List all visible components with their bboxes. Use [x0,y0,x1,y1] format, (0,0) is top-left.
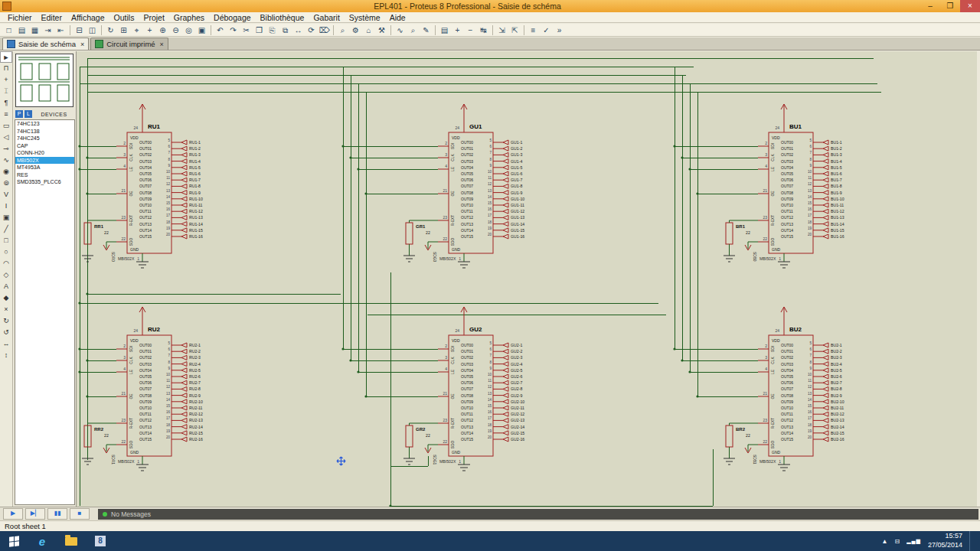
device-item-74hc138[interactable]: 74HC138 [15,128,74,135]
design-explorer-button[interactable]: ▤ [438,24,451,36]
copy-button[interactable]: ❐ [253,24,266,36]
rotate-anticlockwise-button[interactable]: ↺ [0,327,12,338]
network-icon[interactable]: ▂▄▆ [906,538,921,544]
schematic-canvas[interactable]: 24RU1VDDGND2SDI3CLK4LE21OE23R-EXT22SDOSD… [76,51,977,507]
instrument-mode-button[interactable]: ▣ [0,212,12,223]
wire-label-mode-button[interactable]: ⌶ [0,86,12,97]
tab-schematic-capture[interactable]: Saisie de schéma× [2,37,89,50]
exit-to-parent-button[interactable]: ⇱ [508,24,521,36]
box-2d-mode-button[interactable]: □ [0,235,12,246]
overview-pane[interactable] [15,54,74,107]
save-design-button[interactable]: ▦ [28,24,41,36]
electrical-rules-check-button[interactable]: ✓ [540,24,553,36]
zoom-all-button[interactable]: ◎ [182,24,195,36]
bus-mode-button[interactable]: ≡ [0,109,12,120]
library-button[interactable]: L [24,110,32,118]
component-mode-button[interactable]: ⊓ [0,63,12,74]
junction-dot-mode-button[interactable]: + [0,74,12,86]
generator-mode-button[interactable]: ⊚ [0,178,12,189]
remove-sheet-button[interactable]: − [464,24,477,36]
subcircuit-mode-button[interactable]: ▭ [0,120,12,132]
redo-button[interactable]: ↷ [227,24,240,36]
device-item-res[interactable]: RES [15,171,74,179]
menu-projet[interactable]: Projet [139,13,168,22]
tab-pcb-layout[interactable]: Circuit imprimé× [90,37,168,50]
current-probe-mode-button[interactable]: I [0,201,12,212]
taskbar-clock[interactable]: 15:57 27/05/2014 [928,532,962,549]
close-button[interactable]: × [960,0,980,12]
mirror-horizontal-button[interactable]: ↔ [0,338,12,350]
tray-action-center-icon[interactable]: ⊟ [895,538,900,545]
device-item-mbi502x[interactable]: MBI502X [15,157,74,165]
refresh-display-button[interactable]: ↻ [104,24,117,36]
menu-bibliotheque[interactable]: Bibliothèque [256,13,309,22]
paste-button[interactable]: ⎘ [266,24,279,36]
menu-aide[interactable]: Aide [385,13,410,22]
device-item-74hc245[interactable]: 74HC245 [15,135,74,142]
tray-chevron-icon[interactable]: ▲ [882,538,888,545]
menu-graphes[interactable]: Graphes [169,13,209,22]
device-item-74hc123[interactable]: 74HC123 [15,120,74,128]
device-item-smd3535_plcc6[interactable]: SMD3535_PLCC6 [15,178,74,186]
wire-autorouter-button[interactable]: ∿ [394,24,407,36]
menu-systeme[interactable]: Système [345,13,385,22]
menu-debogage[interactable]: Débogage [209,13,255,22]
menu-affichage[interactable]: Affichage [67,13,109,22]
undo-button[interactable]: ↶ [214,24,227,36]
zoom-out-button[interactable]: ⊖ [169,24,182,36]
arc-2d-mode-button[interactable]: ◠ [0,258,12,269]
export-section-button[interactable]: ⇤ [54,24,67,36]
zoom-in-button[interactable]: ⊕ [156,24,169,36]
selection-tool-button[interactable]: ► [0,51,12,63]
path-2d-mode-button[interactable]: ◇ [0,269,12,281]
goto-sheet-button[interactable]: ↹ [477,24,490,36]
import-section-button[interactable]: ⇥ [41,24,54,36]
text-script-mode-button[interactable]: ¶ [0,97,12,109]
rotate-clockwise-button[interactable]: ↻ [0,315,12,327]
maximize-button[interactable]: ❒ [940,0,960,12]
block-delete-button[interactable]: ⌦ [318,24,331,36]
line-2d-mode-button[interactable]: ╱ [0,223,12,235]
device-item-mt4953a[interactable]: MT4953A [15,164,74,171]
netlist-to-ares-button[interactable]: » [553,24,566,36]
symbol-2d-mode-button[interactable]: ◆ [0,292,12,304]
terminal-mode-button[interactable]: ◁ [0,132,12,143]
menu-fichier[interactable]: Fichier [3,13,37,22]
new-sheet-button[interactable]: + [451,24,464,36]
minimize-button[interactable]: – [920,0,940,12]
property-assignment-button[interactable]: ✎ [420,24,433,36]
toggle-grid-button[interactable]: ⊞ [117,24,130,36]
center-at-cursor-button[interactable]: + [143,24,156,36]
play-button[interactable]: ▶ [3,508,23,520]
search-tag-button[interactable]: ⌕ [407,24,420,36]
block-move-button[interactable]: ↔ [292,24,305,36]
packaging-tool-button[interactable]: ⌂ [362,24,375,36]
graph-mode-button[interactable]: ∿ [0,155,12,166]
device-item-cap[interactable]: CAP [15,142,74,150]
taskbar-explorer-button[interactable] [57,531,86,551]
new-design-button[interactable]: □ [2,24,15,36]
tab-close-icon[interactable]: × [80,41,84,48]
menu-outils[interactable]: Outils [109,13,139,22]
ic-gu2[interactable]: 24GU2VDDGND2SDI3CLK4LE21OE23R-EXT22SDOSD… [395,301,541,500]
tape-recorder-mode-button[interactable]: ◉ [0,166,12,178]
taskbar-proteus-button[interactable]: 8 [86,531,115,551]
cut-button[interactable]: ✂ [240,24,253,36]
ic-bu2[interactable]: 24BU2VDDGND2SDI3CLK4LE21OE23R-EXT22SDOSD… [715,301,861,500]
ic-bu1[interactable]: 24BU1VDDGND2SDI3CLK4LE21OE23R-EXT22SDOSD… [715,98,861,297]
text-2d-mode-button[interactable]: A [0,281,12,292]
ic-gu1[interactable]: 24GU1VDDGND2SDI3CLK4LE21OE23R-EXT22SDOSD… [395,98,541,297]
mark-output-area-button[interactable]: ◫ [86,24,99,36]
show-desktop-button[interactable] [969,531,974,551]
pause-button[interactable]: ▮▮ [47,508,67,520]
voltage-probe-mode-button[interactable]: V [0,189,12,201]
ic-ru2[interactable]: 24RU2VDDGND2SDI3CLK4LE21OE23R-EXT22SDOSD… [76,301,219,500]
circle-2d-mode-button[interactable]: ○ [0,246,12,258]
taskbar-ie-button[interactable]: e [28,531,57,551]
make-device-button[interactable]: ⚙ [349,24,362,36]
step-button[interactable]: ▶▏ [25,508,45,520]
tab-close-icon[interactable]: × [160,41,164,48]
pick-parts-button[interactable]: ⌕ [336,24,349,36]
menu-gabarit[interactable]: Gabarit [309,13,344,22]
bill-of-materials-button[interactable]: ≡ [527,24,540,36]
